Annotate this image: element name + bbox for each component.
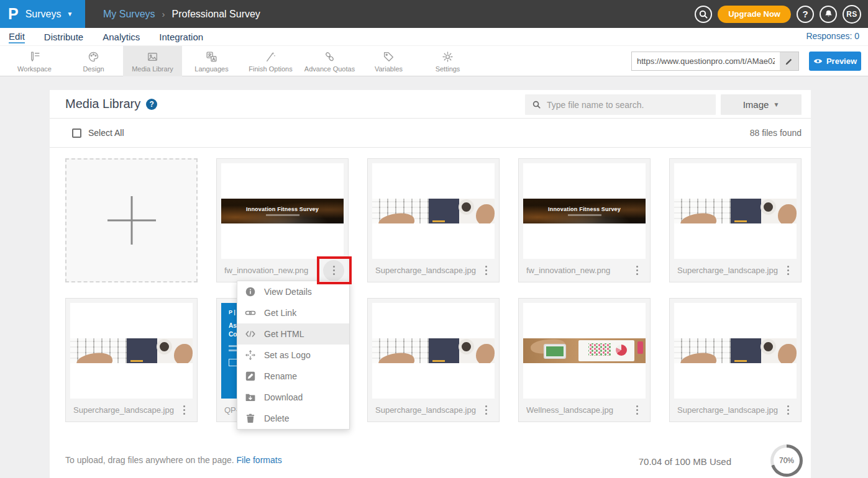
survey-nav-tabs: EditDistributeAnalyticsIntegration — [9, 28, 203, 45]
card-menu-button[interactable] — [477, 400, 495, 421]
toolbar-item-label: Workspace — [17, 65, 52, 73]
toolbar-item-label: Media Library — [132, 65, 173, 73]
avatar[interactable]: RS — [843, 5, 861, 24]
breadcrumb-separator-icon: › — [162, 9, 165, 19]
thumbnail-innovation-banner: Innovation Fitness Survey — [221, 199, 344, 223]
select-all-checkbox[interactable] — [72, 129, 81, 138]
card-thumbnail-area — [372, 303, 495, 399]
edit-url-button[interactable] — [780, 52, 798, 70]
toolbar-item-label: Settings — [436, 65, 460, 73]
menu-item-label: Rename — [264, 371, 297, 381]
menu-item-view-details[interactable]: View Details — [237, 281, 349, 302]
card-menu-button[interactable] — [779, 260, 797, 281]
menu-item-rename[interactable]: Rename — [237, 366, 349, 387]
tab-analytics[interactable]: Analytics — [103, 30, 140, 43]
card-menu-button[interactable] — [779, 400, 797, 421]
menu-item-delete[interactable]: Delete — [237, 408, 349, 429]
toolbar-item-settings[interactable]: Settings — [418, 46, 477, 76]
file-name: fw_innovation_new.png — [526, 266, 628, 275]
breadcrumb-my-surveys[interactable]: My Surveys — [103, 9, 155, 20]
survey-nav: EditDistributeAnalyticsIntegration Respo… — [0, 28, 868, 45]
menu-item-set-as-logo[interactable]: Set as Logo — [237, 345, 349, 366]
file-search-input[interactable] — [547, 100, 709, 110]
toolbar-item-label: Variables — [375, 65, 403, 73]
file-name: Wellness_landscape.jpg — [526, 405, 628, 415]
file-type-dropdown[interactable]: Image ▼ — [721, 94, 802, 115]
settings-icon — [441, 50, 455, 63]
card-footer: Supercharge_landscape.jpg — [66, 399, 197, 422]
preview-button[interactable]: Preview — [809, 52, 861, 71]
toolbar-item-variables[interactable]: Variables — [359, 46, 418, 76]
media-card[interactable]: Supercharge_landscape.jpg — [367, 158, 500, 282]
card-thumbnail-area — [372, 163, 495, 259]
card-menu-button[interactable] — [628, 260, 646, 281]
card-context-menu: View DetailsGet LinkGet HTMLSet as LogoR… — [237, 281, 350, 430]
chevron-down-icon: ▼ — [66, 11, 73, 17]
file-search-box — [525, 94, 716, 115]
responses-count: Responses: 0 — [806, 31, 859, 41]
storage-used-text: 70.04 of 100 MB Used — [639, 456, 731, 467]
toolbar-item-finish-options[interactable]: Finish Options — [241, 46, 300, 76]
languages-icon — [205, 50, 219, 63]
files-found-count: 88 files found — [750, 128, 802, 138]
search-icon — [532, 100, 541, 109]
product-label: Surveys — [25, 9, 62, 20]
media-card[interactable]: Supercharge_landscape.jpg — [367, 298, 500, 422]
survey-url-input[interactable] — [632, 52, 780, 70]
toolbar-item-languages[interactable]: Languages — [182, 46, 241, 76]
breadcrumb: My Surveys › Professional Survey — [103, 0, 260, 28]
media-card[interactable]: Supercharge_landscape.jpg — [669, 158, 802, 282]
preview-label: Preview — [826, 56, 857, 66]
card-footer: fw_innovation_new.png — [519, 259, 650, 282]
media-card[interactable]: Supercharge_landscape.jpg — [65, 298, 198, 422]
upgrade-now-button[interactable]: Upgrade Now — [718, 6, 791, 23]
menu-item-label: Set as Logo — [264, 350, 311, 360]
help-button[interactable]: ? — [797, 6, 814, 23]
trash-icon — [245, 413, 256, 424]
toolbar-item-label: Languages — [194, 65, 228, 73]
file-formats-link[interactable]: File formats — [237, 455, 282, 465]
thumbnail-wellness-photo — [523, 338, 646, 363]
media-grid: Innovation Fitness Surveyfw_innovation_n… — [65, 158, 802, 422]
menu-item-download[interactable]: Download — [237, 387, 349, 408]
survey-url-box — [631, 52, 799, 71]
toolbar-item-label: Finish Options — [249, 65, 292, 73]
toolbar-item-advance-quotas[interactable]: Advance Quotas — [300, 46, 359, 76]
upload-card[interactable] — [65, 158, 198, 282]
card-menu-button[interactable] — [477, 260, 495, 281]
search-button[interactable] — [695, 6, 712, 23]
variables-icon — [382, 50, 396, 63]
toolbar-item-design[interactable]: Design — [64, 46, 123, 76]
card-menu-button[interactable] — [175, 400, 193, 421]
notifications-button[interactable] — [820, 6, 837, 23]
card-footer: Supercharge_landscape.jpg — [670, 399, 801, 422]
panel-header: Media Library ? Image ▼ — [50, 90, 811, 119]
main-area: Media Library ? Image ▼ Select All 88 fi… — [0, 77, 868, 478]
select-all-label: Select All — [88, 128, 124, 138]
tab-distribute[interactable]: Distribute — [44, 30, 83, 43]
thumbnail-desk-photo — [674, 338, 797, 363]
file-name: Supercharge_landscape.jpg — [677, 405, 779, 415]
toolbar-item-media-library[interactable]: Media Library — [123, 46, 182, 76]
thumbnail-desk-photo — [70, 338, 193, 363]
media-card[interactable]: Supercharge_landscape.jpg — [669, 298, 802, 422]
media-card[interactable]: Innovation Fitness Surveyfw_innovation_n… — [518, 158, 651, 282]
file-name: Supercharge_landscape.jpg — [73, 405, 175, 415]
card-footer: Supercharge_landscape.jpg — [368, 259, 499, 282]
tab-integration[interactable]: Integration — [159, 30, 203, 43]
card-thumbnail-area: Innovation Fitness Survey — [221, 163, 344, 259]
toolbar-item-workspace[interactable]: Workspace — [5, 46, 64, 76]
surveys-product-menu[interactable]: P Surveys ▼ — [0, 0, 85, 28]
media-card[interactable]: Innovation Fitness Surveyfw_innovation_n… — [216, 158, 349, 282]
tab-edit[interactable]: Edit — [9, 30, 25, 43]
menu-item-get-html[interactable]: Get HTML — [237, 323, 349, 345]
media-card[interactable]: Wellness_landscape.jpg — [518, 298, 651, 422]
storage-progress-ring: 70% — [770, 444, 803, 477]
page-title: Media Library ? — [65, 97, 157, 111]
menu-item-get-link[interactable]: Get Link — [237, 302, 349, 323]
title-help-icon[interactable]: ? — [146, 99, 157, 110]
file-name: Supercharge_landscape.jpg — [677, 266, 779, 275]
media-library-panel: Media Library ? Image ▼ Select All 88 fi… — [50, 90, 811, 478]
card-thumbnail-area — [674, 163, 797, 259]
card-menu-button[interactable] — [628, 400, 646, 421]
